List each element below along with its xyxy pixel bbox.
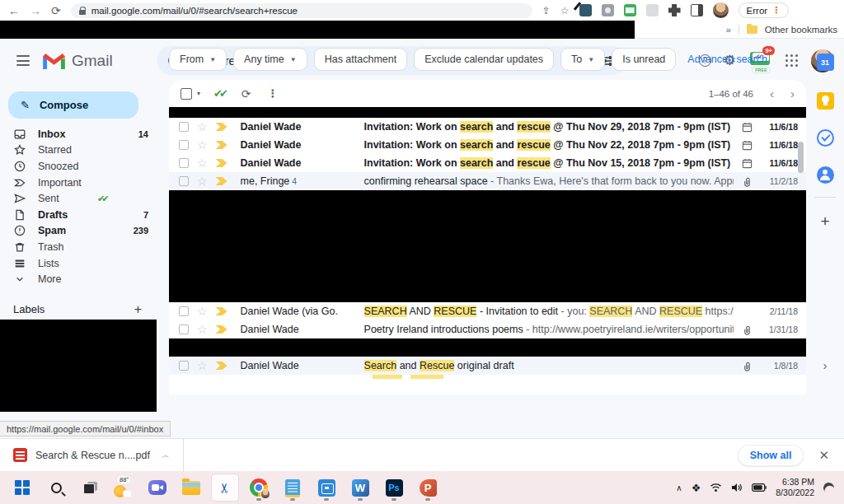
filter-chip-has-attachment[interactable]: Has attachment xyxy=(314,48,408,71)
bookmarks-overflow-chevron[interactable]: » xyxy=(726,25,731,35)
importance-marker-icon[interactable] xyxy=(216,307,227,315)
star-icon[interactable]: ☆ xyxy=(197,360,208,371)
notepad-taskbar-icon[interactable] xyxy=(279,474,307,502)
star-icon[interactable]: ☆ xyxy=(197,324,208,335)
filter-chip-to[interactable]: To▼ xyxy=(560,48,605,71)
email-row[interactable]: ☆Daniel WadeSearch and Rescue original d… xyxy=(169,357,806,375)
importance-marker-icon[interactable] xyxy=(216,141,227,149)
google-tasks-icon[interactable] xyxy=(817,129,834,147)
other-bookmarks-button[interactable]: Other bookmarks xyxy=(765,25,837,35)
start-taskbar-icon[interactable] xyxy=(8,474,36,502)
wifi-icon[interactable] xyxy=(710,483,722,492)
file-explorer-taskbar-icon[interactable] xyxy=(177,474,205,502)
create-label-button[interactable]: + xyxy=(134,302,142,317)
refresh-icon[interactable]: ⟳ xyxy=(241,87,251,100)
eyedropper-extension-icon[interactable] xyxy=(579,4,592,16)
sidebar-item-starred[interactable]: Starred xyxy=(0,142,157,159)
row-checkbox[interactable] xyxy=(179,176,189,186)
sidebar-item-drafts[interactable]: Drafts7 xyxy=(0,207,157,223)
list-scrollbar[interactable] xyxy=(798,142,804,173)
tray-expand-chevron[interactable]: ∧ xyxy=(676,483,682,492)
downloaded-file-chip[interactable]: Search & Rescue n....pdf ︿ xyxy=(0,439,184,472)
search-taskbar-icon[interactable] xyxy=(42,474,70,502)
file-options-chevron[interactable]: ︿ xyxy=(162,450,170,461)
sidebar-item-important[interactable]: Important xyxy=(0,175,157,191)
sidebar-item-lists[interactable]: Lists xyxy=(0,255,157,272)
chat-taskbar-icon[interactable] xyxy=(143,474,171,502)
volume-icon[interactable] xyxy=(731,483,743,492)
newer-page-chevron[interactable]: ‹ xyxy=(770,86,774,100)
filter-chip-exclude-calendar-updates[interactable]: Exclude calendar updates xyxy=(414,48,554,71)
row-checkbox[interactable] xyxy=(179,158,189,168)
mailtrack-extension-icon[interactable] xyxy=(624,4,636,16)
padlock-icon[interactable] xyxy=(79,7,86,15)
row-checkbox[interactable] xyxy=(179,122,189,132)
email-row[interactable]: ☆Daniel WadePoetry Ireland introductions… xyxy=(169,320,806,338)
email-row[interactable]: ☆Daniel WadeInvitation: Work on search a… xyxy=(169,118,806,136)
show-all-downloads-button[interactable]: Show all xyxy=(738,445,804,466)
downloaded-file-name[interactable]: Search & Rescue n....pdf xyxy=(35,450,150,461)
hide-side-panel-chevron[interactable]: › xyxy=(823,359,828,372)
older-page-chevron[interactable]: › xyxy=(790,86,795,100)
get-addons-button[interactable]: + xyxy=(820,212,829,231)
sidebar-item-more[interactable]: More xyxy=(0,271,157,287)
row-checkbox[interactable] xyxy=(179,324,189,334)
filter-chip-is-unread[interactable]: Is unread xyxy=(612,48,676,71)
split-screen-icon[interactable] xyxy=(691,4,703,16)
powerpoint-taskbar-icon[interactable]: P xyxy=(414,474,442,502)
word-taskbar-icon[interactable]: W xyxy=(346,474,374,502)
google-calendar-icon[interactable]: 31 xyxy=(817,54,834,71)
google-apps-grid-icon[interactable] xyxy=(785,54,799,68)
google-keep-icon[interactable] xyxy=(817,92,834,110)
email-row[interactable]: ☆Daniel Wade (via Go.SEARCH AND RESCUE -… xyxy=(169,302,806,320)
extensions-puzzle-icon[interactable] xyxy=(668,4,681,16)
browser-profile-avatar[interactable] xyxy=(713,2,729,18)
bookmark-star-icon[interactable]: ☆ xyxy=(560,5,570,16)
night-light-moon-icon[interactable] xyxy=(823,481,835,493)
star-icon[interactable]: ☆ xyxy=(197,121,208,133)
sidebar-item-snoozed[interactable]: Snoozed xyxy=(0,158,157,175)
sidebar-item-spam[interactable]: Spam239 xyxy=(0,223,157,240)
camera-extension-icon[interactable] xyxy=(602,4,614,16)
back-button[interactable]: ← xyxy=(8,5,20,16)
importance-marker-icon[interactable] xyxy=(216,362,227,370)
select-all-checkbox[interactable] xyxy=(181,88,192,100)
email-row[interactable]: ☆Daniel WadeInvitation: Work on search a… xyxy=(169,154,806,172)
dropbox-icon[interactable]: ❖ xyxy=(692,482,701,494)
filter-chip-any-time[interactable]: Any time▼ xyxy=(233,48,307,71)
row-checkbox[interactable] xyxy=(179,361,189,371)
row-checkbox[interactable] xyxy=(179,140,189,150)
share-icon[interactable]: ⇪ xyxy=(542,5,551,16)
google-contacts-icon[interactable] xyxy=(817,166,834,184)
url-text[interactable]: mail.google.com/mail/u/0/#search/search+… xyxy=(91,6,298,16)
snipping-tool-taskbar-icon[interactable]: ✂ xyxy=(211,474,239,502)
sidebar-item-trash[interactable]: Trash xyxy=(0,239,157,255)
importance-marker-icon[interactable] xyxy=(216,177,227,185)
importance-marker-icon[interactable] xyxy=(216,123,227,131)
star-icon[interactable]: ☆ xyxy=(197,139,208,151)
widgets-taskbar-icon[interactable]: 88° xyxy=(110,474,138,502)
mailtrack-double-check-icon[interactable]: ✔✔ xyxy=(213,87,225,100)
email-row[interactable]: ☆Daniel WadeInvitation: Work on search a… xyxy=(169,136,806,154)
close-downloads-bar-icon[interactable]: ✕ xyxy=(818,448,829,463)
star-icon[interactable]: ☆ xyxy=(197,157,208,169)
browser-menu-icon[interactable]: ⋮ xyxy=(771,5,781,16)
task-view-taskbar-icon[interactable] xyxy=(76,474,104,502)
error-button[interactable]: Error ⋮ xyxy=(738,2,790,18)
main-menu-hamburger-icon[interactable] xyxy=(7,55,40,66)
more-vert-icon[interactable]: ⋮ xyxy=(268,87,279,100)
sidebar-item-inbox[interactable]: Inbox14 xyxy=(0,126,157,142)
importance-marker-icon[interactable] xyxy=(216,159,227,167)
select-caret-icon[interactable]: ▾ xyxy=(197,90,200,97)
taskbar-clock[interactable]: 6:38 PM 8/30/2022 xyxy=(776,477,814,498)
screentogif-taskbar-icon[interactable] xyxy=(312,474,340,502)
reload-button[interactable]: ⟳ xyxy=(51,5,61,16)
battery-icon[interactable] xyxy=(752,483,767,492)
address-bar[interactable]: mail.google.com/mail/u/0/#search/search+… xyxy=(71,3,532,18)
row-checkbox[interactable] xyxy=(179,306,189,316)
email-row[interactable]: ☆me, Fringe4confirming rehearsal space -… xyxy=(169,172,806,190)
chrome-taskbar-icon[interactable] xyxy=(245,474,273,502)
importance-marker-icon[interactable] xyxy=(216,325,227,334)
advanced-search-link[interactable]: Advanced search xyxy=(687,54,767,65)
compose-button[interactable]: ✎ Compose xyxy=(8,91,138,119)
